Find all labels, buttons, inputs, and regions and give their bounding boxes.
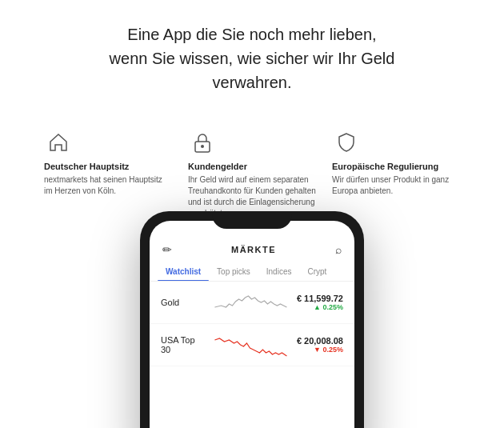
stock-item-usa[interactable]: USA Top 30 € 20,008.08 ▼ 0.25% — [150, 324, 354, 366]
lock-icon — [188, 128, 217, 157]
feature-home-desc: nextmarkets hat seinen Hauptsitz im Herz… — [44, 174, 172, 197]
stock-change-gold: ▲ 0.25% — [297, 303, 343, 311]
stock-item-gold[interactable]: Gold € 11,599.72 ▲ 0.25% — [150, 282, 354, 324]
stock-chart-gold — [210, 290, 292, 315]
feature-shield-desc: Wir dürfen unser Produkt in ganz Europa … — [332, 174, 460, 197]
home-icon — [44, 128, 73, 157]
stock-list: Gold € 11,599.72 ▲ 0.25% USA Top 30 — [150, 282, 354, 428]
phone-container: ✏ MÄRKTE ⌕ Watchlist Top picks Indices C… — [0, 211, 504, 428]
features-section: Deutscher Hauptsitz nextmarkets hat sein… — [0, 114, 504, 219]
stock-price-gold: € 11,599.72 — [297, 294, 343, 303]
svg-point-1 — [201, 145, 204, 148]
header-section: Eine App die Sie noch mehr lieben, wenn … — [0, 0, 504, 114]
header-title: Eine App die Sie noch mehr lieben, wenn … — [48, 22, 456, 94]
shield-icon — [332, 128, 361, 157]
phone-outer: ✏ MÄRKTE ⌕ Watchlist Top picks Indices C… — [140, 211, 364, 428]
app-title: MÄRKTE — [231, 245, 276, 254]
feature-lock: Kundengelder Ihr Geld wird auf einem sep… — [180, 128, 324, 219]
stock-change-usa: ▼ 0.25% — [297, 346, 343, 354]
feature-shield-title: Europäische Regulierung — [332, 162, 438, 171]
stock-price-usa: € 20,008.08 — [297, 336, 343, 346]
stock-price-block-usa: € 20,008.08 ▼ 0.25% — [297, 336, 343, 354]
phone-notch — [212, 211, 292, 229]
stock-chart-usa — [210, 332, 292, 358]
tab-indices[interactable]: Indices — [258, 262, 300, 281]
stock-name-gold: Gold — [161, 298, 205, 307]
tab-watchlist[interactable]: Watchlist — [158, 262, 209, 281]
feature-home-title: Deutscher Hauptsitz — [44, 162, 129, 171]
edit-icon[interactable]: ✏ — [162, 243, 172, 256]
feature-home: Deutscher Hauptsitz nextmarkets hat sein… — [36, 128, 180, 219]
stock-name-usa: USA Top 30 — [161, 335, 205, 354]
phone-screen: ✏ MÄRKTE ⌕ Watchlist Top picks Indices C… — [150, 221, 354, 428]
tab-bar: Watchlist Top picks Indices Crypt — [150, 262, 354, 282]
feature-shield: Europäische Regulierung Wir dürfen unser… — [324, 128, 468, 219]
stock-price-block-gold: € 11,599.72 ▲ 0.25% — [297, 294, 343, 311]
search-icon[interactable]: ⌕ — [335, 243, 342, 256]
tab-top-picks[interactable]: Top picks — [209, 262, 258, 281]
feature-lock-title: Kundengelder — [188, 162, 247, 171]
tab-crypto[interactable]: Crypt — [299, 262, 334, 281]
